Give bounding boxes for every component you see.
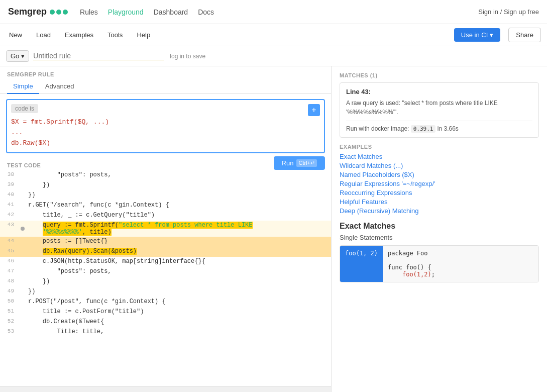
example-named-placeholders[interactable]: Named Placeholders ($X)	[340, 171, 539, 178]
code-line-43: 43 query := fmt.Sprintf("select * from p…	[0, 221, 331, 237]
match-description: A raw query is used: "select * from post…	[346, 99, 532, 117]
line-content-40: })	[26, 190, 331, 201]
example-helpful-features[interactable]: Helpful Features	[340, 198, 539, 206]
line-dot-45	[19, 247, 26, 257]
line-content-43: query := fmt.Sprintf("select * from post…	[26, 221, 331, 237]
left-panel: SEMGREP RULE Simple Advanced + code is $…	[0, 66, 332, 392]
line-dot-47	[19, 267, 26, 277]
code-line-44: 44 posts := []Tweet{}	[0, 237, 331, 247]
line-content-48: })	[26, 277, 331, 287]
code-right-match: package Foo func foo() { foo(1,2);	[383, 246, 538, 282]
examples-header: EXAMPLES	[340, 144, 539, 150]
nav-links: Rules Playground Dashboard Docs	[80, 8, 478, 16]
example-wildcard-matches[interactable]: Wildcard Matches (...)	[340, 162, 539, 169]
example-reoccurring-expressions[interactable]: Reoccurring Expressions	[340, 189, 539, 197]
line-number-41: 41	[0, 201, 19, 211]
tab-simple[interactable]: Simple	[7, 79, 39, 94]
rule-editor: + code is $X = fmt.Sprintf($Q, ...) ... …	[6, 99, 325, 153]
line-content-42: title, _ := c.GetQuery("title")	[26, 211, 331, 221]
code-line-42: 42 title, _ := c.GetQuery("title")	[0, 211, 331, 221]
line-number-48: 48	[0, 277, 19, 287]
help-button[interactable]: Help	[134, 29, 153, 41]
line-number-39: 39	[0, 180, 19, 190]
chevron-down-icon: ▾	[490, 31, 493, 39]
line-dot-41	[19, 201, 26, 211]
code-left-pattern: foo(1, 2)	[340, 246, 383, 282]
rule-title-input[interactable]	[33, 52, 164, 60]
bottom-scrollbar[interactable]	[0, 386, 331, 392]
logo: Semgrep	[8, 7, 68, 17]
nav-dashboard[interactable]: Dashboard	[154, 8, 188, 16]
code-area[interactable]: 38 "posts": posts,39 })40})41r.GET("/sea…	[0, 170, 331, 386]
code-line-48: 48 })	[0, 277, 331, 287]
match-line: Line 43:	[346, 88, 532, 95]
line-number-38: 38	[0, 170, 19, 180]
logo-icon	[50, 10, 68, 15]
line-content-44: posts := []Tweet{}	[26, 237, 331, 247]
rule-code-line-1: $X = fmt.Sprintf($Q, ...)	[11, 117, 320, 128]
code-line-50: 50r.POST("/post", func(c *gin.Context) {	[0, 297, 331, 307]
line-number-42: 42	[0, 211, 19, 221]
match-card: Line 43: A raw query is used: "select * …	[340, 82, 539, 138]
load-button[interactable]: Load	[33, 29, 54, 41]
line-number-46: 46	[0, 257, 19, 267]
line-number-51: 51	[0, 307, 19, 317]
docker-version: 0.39.1	[411, 125, 436, 133]
line-content-47: "posts": posts,	[26, 267, 331, 277]
rule-code: $X = fmt.Sprintf($Q, ...) ... db.Raw($X)	[11, 117, 320, 148]
add-pattern-button[interactable]: +	[308, 104, 320, 116]
new-button[interactable]: New	[6, 29, 25, 41]
line-dot-40	[19, 190, 26, 201]
exact-matches-section: Exact Matches Single Statements foo(1, 2…	[340, 222, 539, 282]
rule-tabs: Simple Advanced	[0, 79, 331, 94]
single-stmts-label: Single Statements	[340, 234, 539, 241]
rule-code-line-2: ...	[11, 128, 320, 138]
examples-list: Exact Matches Wildcard Matches (...) Nam…	[340, 153, 539, 215]
line-dot-39	[19, 180, 26, 190]
line-dot-44	[19, 237, 26, 247]
line-dot-43	[19, 221, 26, 237]
tools-button[interactable]: Tools	[104, 29, 126, 41]
line-number-40: 40	[0, 190, 19, 201]
code-line-40: 40})	[0, 190, 331, 201]
example-deep-matching[interactable]: Deep (Recursive) Matching	[340, 207, 539, 215]
run-btn-area: Run Ctrl+↵ 38 "posts": posts,39 })40})41…	[0, 170, 331, 386]
chevron-down-icon: ▾	[21, 52, 25, 60]
line-content-51: title := c.PostForm("title")	[26, 307, 331, 317]
matches-header: MATCHES (1)	[340, 72, 539, 78]
line-dot-50	[19, 297, 26, 307]
line-content-50: r.POST("/post", func(c *gin.Context) {	[26, 297, 331, 307]
nav-rules[interactable]: Rules	[80, 8, 98, 16]
code-line-52: 52 db.Create(&Tweet{	[0, 317, 331, 327]
example-exact-matches[interactable]: Exact Matches	[340, 153, 539, 160]
docker-time: in 3.66s	[437, 125, 459, 132]
use-in-ci-button[interactable]: Use in CI ▾	[454, 28, 500, 42]
main: SEMGREP RULE Simple Advanced + code is $…	[0, 66, 547, 392]
line-content-49: })	[26, 287, 331, 297]
code-line-46: 46 c.JSON(http.StatusOK, map[string]inte…	[0, 257, 331, 267]
examples-button[interactable]: Examples	[62, 29, 96, 41]
line-dot-48	[19, 277, 26, 287]
code-line-38: 38 "posts": posts,	[0, 170, 331, 180]
semgrep-rule-label: SEMGREP RULE	[0, 66, 331, 79]
code-line-49: 49})	[0, 287, 331, 297]
line-dot-52	[19, 317, 26, 327]
breakpoint-dot	[21, 227, 25, 231]
line-content-45: db.Raw(query).Scan(&posts)	[26, 247, 331, 257]
code-line-53: 53 Title: title,	[0, 327, 331, 337]
tab-advanced[interactable]: Advanced	[39, 79, 80, 94]
example-regular-expressions[interactable]: Regular Expressions '=~/regexp/'	[340, 180, 539, 187]
docker-label: Run with docker image:	[346, 125, 409, 132]
login-save-link[interactable]: log in to save	[170, 53, 205, 60]
line-dot-42	[19, 211, 26, 221]
line-number-49: 49	[0, 287, 19, 297]
line-number-50: 50	[0, 297, 19, 307]
code-line-51: 51 title := c.PostForm("title")	[0, 307, 331, 317]
nav-playground[interactable]: Playground	[108, 8, 144, 16]
nav-auth[interactable]: Sign in / Sign up free	[478, 8, 539, 16]
language-select[interactable]: Go ▾	[6, 50, 29, 62]
share-button[interactable]: Share	[508, 28, 541, 42]
line-number-45: 45	[0, 247, 19, 257]
run-button[interactable]: Run Ctrl+↵	[274, 156, 325, 170]
nav-docs[interactable]: Docs	[198, 8, 214, 16]
